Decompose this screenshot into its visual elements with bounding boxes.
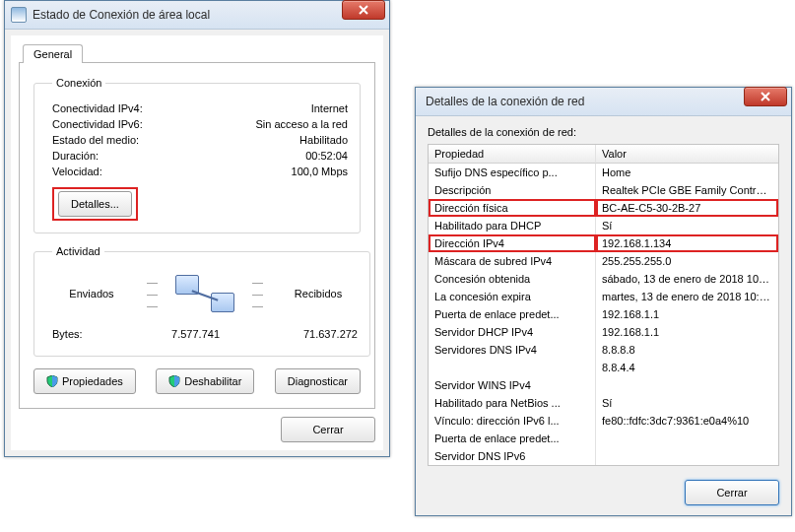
diagnose-button[interactable]: Diagnosticar (275, 368, 361, 394)
col-header-value[interactable]: Valor (596, 145, 778, 164)
details-row-key: Descripción (429, 181, 596, 199)
details-heading: Detalles de la conexión de red: (428, 126, 779, 138)
tab-general[interactable]: General (23, 44, 83, 63)
disable-button[interactable]: Deshabilitar (156, 368, 254, 394)
group-activity: Actividad Enviados — — — — — — Recibidos… (33, 245, 370, 357)
status-row-val: Sin acceso a la red (255, 118, 348, 130)
status-row: Estado del medio:Habilitado (52, 134, 348, 146)
highlight-details: Detalles... (52, 187, 138, 221)
details-row-key: Dirección física (429, 199, 596, 217)
close-button[interactable] (342, 0, 385, 20)
status-row-val: Habilitado (299, 134, 348, 146)
diagnose-button-label: Diagnosticar (288, 375, 348, 387)
details-row-key: Servidor DNS IPv6 (429, 447, 596, 465)
details-row-val: Sí (596, 394, 778, 412)
status-row: Velocidad:100,0 Mbps (52, 166, 348, 177)
details-row-val: Sí (596, 217, 778, 234)
close-icon (359, 5, 368, 15)
close-button-footer[interactable]: Cerrar (281, 417, 375, 442)
recv-label: Recibidos (279, 288, 358, 299)
status-row: Conectividad IPv4:Internet (52, 102, 348, 114)
shield-icon (46, 375, 58, 387)
dash-right: — — — (246, 276, 269, 311)
details-row-val: 255.255.255.0 (596, 252, 778, 270)
status-row: Duración:00:52:04 (52, 150, 348, 162)
details-row-val: 192.168.1.1 (596, 305, 778, 323)
network-diagram-icon (173, 273, 236, 314)
group-connection-legend: Conexión (52, 77, 105, 89)
status-window: Estado de Conexión de área local General… (4, 0, 390, 457)
details-row-val (596, 376, 778, 394)
properties-button-label: Propiedades (62, 375, 123, 387)
sent-bytes: 7.577.741 (111, 328, 220, 340)
details-row-val (596, 430, 778, 447)
recv-bytes: 71.637.272 (220, 328, 358, 340)
details-button[interactable]: Detalles... (58, 191, 132, 217)
details-row-key: Sufijo DNS específico p... (429, 164, 596, 181)
status-row: Conectividad IPv6:Sin acceso a la red (52, 118, 348, 130)
status-row-key: Conectividad IPv4: (52, 102, 143, 114)
dash-left: — — — (141, 276, 164, 311)
details-row-key: Servidores DNS IPv4 (429, 341, 596, 359)
details-row-val: 8.8.4.4 (596, 359, 778, 376)
status-row-key: Duración: (52, 150, 99, 162)
details-row-key: Servidor DHCP IPv4 (429, 323, 596, 341)
properties-button[interactable]: Propiedades (33, 368, 136, 394)
details-row-val (596, 447, 778, 465)
details-row-key: Vínculo: dirección IPv6 l... (429, 412, 596, 430)
group-connection: Conexión Conectividad IPv4:InternetConec… (33, 77, 361, 233)
disable-button-label: Deshabilitar (184, 375, 241, 387)
details-row-key: Servidor WINS IPv4 (429, 376, 596, 394)
details-row-val: Realtek PCIe GBE Family Controller (596, 181, 778, 199)
details-row-val: 8.8.8.8 (596, 341, 778, 359)
details-row-key: Dirección IPv4 (429, 234, 596, 252)
shield-icon (168, 375, 180, 387)
close-button-footer[interactable]: Cerrar (685, 480, 779, 505)
close-icon (761, 92, 770, 101)
details-row-val: 192.168.1.134 (596, 234, 778, 252)
details-row-key: Puerta de enlace predet... (429, 305, 596, 323)
status-title: Estado de Conexión de área local (33, 8, 385, 22)
close-button[interactable] (744, 87, 787, 106)
status-row-val: 00:52:04 (305, 150, 348, 162)
details-row-key: Máscara de subred IPv4 (429, 252, 596, 270)
details-window: Detalles de la conexión de red Detalles … (415, 87, 792, 516)
status-row-key: Conectividad IPv6: (52, 118, 143, 130)
col-header-property[interactable]: Propiedad (429, 145, 596, 164)
details-row-key: Concesión obtenida (429, 270, 596, 288)
status-titlebar[interactable]: Estado de Conexión de área local (5, 1, 389, 30)
status-row-key: Estado del medio: (52, 134, 139, 146)
details-row-key: Habilitado para NetBios ... (429, 394, 596, 412)
network-icon (11, 7, 27, 23)
details-table: Propiedad Valor Sufijo DNS específico p.… (428, 144, 779, 466)
details-row-key: Habilitado para DHCP (429, 217, 596, 234)
sent-label: Enviados (52, 288, 131, 299)
details-row-val: sábado, 13 de enero de 2018 10:03:58 (596, 270, 778, 288)
tab-strip: General (23, 43, 375, 62)
details-row-key: Puerta de enlace predet... (429, 430, 596, 447)
status-row-key: Velocidad: (52, 166, 102, 177)
bytes-label: Bytes: (52, 328, 111, 340)
status-row-val: Internet (311, 102, 348, 114)
details-row-val: 192.168.1.1 (596, 323, 778, 341)
details-row-val: BC-AE-C5-30-2B-27 (596, 199, 778, 217)
details-row-key: La concesión expira (429, 288, 596, 305)
details-title: Detalles de la conexión de red (422, 95, 787, 108)
group-activity-legend: Actividad (52, 245, 104, 257)
details-row-key (429, 359, 596, 376)
details-row-val: martes, 13 de enero de 2018 10:03:58 (596, 288, 778, 305)
details-row-val: fe80::fdfc:3dc7:9361:e0a4%10 (596, 412, 778, 430)
details-titlebar[interactable]: Detalles de la conexión de red (416, 88, 791, 116)
status-row-val: 100,0 Mbps (292, 166, 348, 177)
details-row-val: Home (596, 164, 778, 181)
tab-panel: Conexión Conectividad IPv4:InternetConec… (19, 62, 375, 409)
